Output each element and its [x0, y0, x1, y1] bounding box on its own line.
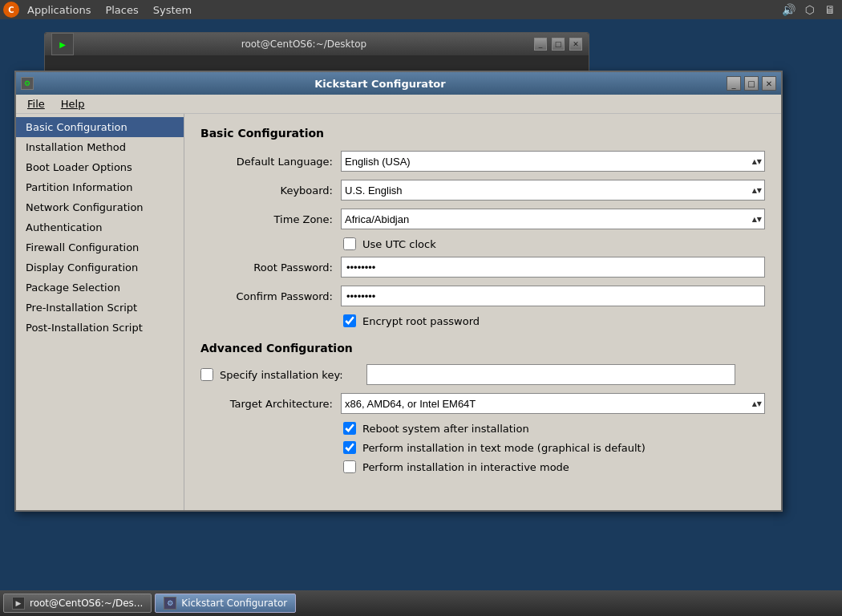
system-tray: 🔊 ⬡ 🖥 [779, 2, 839, 18]
keyboard-select[interactable]: U.S. English French [341, 180, 765, 201]
text-mode-label: Perform installation in text mode (graph… [362, 442, 646, 454]
kickstart-titlebar: ⚙ Kickstart Configurator _ □ ✕ [16, 72, 781, 95]
places-menu[interactable]: Places [99, 2, 144, 18]
interactive-checkbox[interactable] [343, 460, 356, 473]
kickstart-minimize[interactable]: _ [727, 76, 741, 91]
utc-clock-label: Use UTC clock [362, 238, 436, 250]
timezone-control: Africa/Abidjan Africa/Accra [341, 209, 765, 229]
default-language-label: Default Language: [200, 156, 341, 168]
kickstart-title: Kickstart Configurator [37, 78, 723, 90]
sidebar-item-firewall-configuration[interactable]: Firewall Configuration [16, 237, 184, 257]
root-password-label: Root Password: [200, 261, 341, 274]
confirm-password-input[interactable] [341, 286, 765, 306]
taskbar: ▶ root@CentOS6:~/Des... ⚙ Kickstart Conf… [0, 590, 842, 616]
timezone-wrapper: Africa/Abidjan Africa/Accra [341, 209, 765, 229]
taskbar-terminal-icon: ▶ [12, 597, 25, 610]
target-arch-label: Target Architecture: [200, 398, 341, 410]
sidebar-item-authentication[interactable]: Authentication [16, 217, 184, 237]
default-language-row: Default Language: English (USA) French G… [200, 151, 765, 172]
applications-menu[interactable]: Applications [21, 2, 97, 18]
bluetooth-icon[interactable]: ⬡ [802, 2, 818, 18]
terminal-icon: ▶ [51, 33, 74, 55]
terminal-minimize[interactable]: _ [534, 38, 547, 51]
encrypt-password-label: Encrypt root password [362, 315, 480, 327]
taskbar-kickstart-icon: ⚙ [164, 597, 176, 610]
keyboard-row: Keyboard: U.S. English French [200, 180, 765, 201]
default-language-control: English (USA) French German [341, 151, 765, 172]
network-icon[interactable]: 🖥 [821, 2, 839, 18]
sidebar-item-basic-configuration[interactable]: Basic Configuration [16, 117, 184, 137]
taskbar-terminal[interactable]: ▶ root@CentOS6:~/Des... [3, 594, 152, 613]
keyboard-label: Keyboard: [200, 184, 341, 197]
sidebar-item-installation-method[interactable]: Installation Method [16, 137, 184, 157]
sidebar-item-network-configuration[interactable]: Network Configuration [16, 197, 184, 217]
target-arch-wrapper: x86, AMD64, or Intel EM64T x86 AMD64 [341, 393, 765, 414]
reboot-checkbox[interactable] [343, 422, 356, 435]
sidebar-item-partition-information[interactable]: Partition Information [16, 177, 184, 197]
timezone-row: Time Zone: Africa/Abidjan Africa/Accra [200, 209, 765, 229]
reboot-row: Reboot system after installation [200, 422, 765, 435]
reboot-label: Reboot system after installation [362, 423, 529, 435]
root-password-control [341, 257, 765, 278]
terminal-title: root@CentOS6:~/Desktop [79, 38, 529, 50]
confirm-password-control [341, 286, 765, 306]
taskbar-terminal-label: root@CentOS6:~/Des... [30, 598, 143, 609]
kickstart-close[interactable]: ✕ [762, 76, 776, 91]
encrypt-password-checkbox[interactable] [343, 314, 356, 327]
text-mode-row: Perform installation in text mode (graph… [200, 441, 765, 454]
confirm-password-row: Confirm Password: [200, 286, 765, 306]
taskbar-kickstart-label: Kickstart Configurator [181, 598, 287, 609]
system-menu[interactable]: System [147, 2, 198, 18]
kickstart-window: ⚙ Kickstart Configurator _ □ ✕ File Help… [14, 71, 783, 512]
timezone-label: Time Zone: [200, 213, 341, 225]
sidebar-item-pre-installation-script[interactable]: Pre-Installation Script [16, 298, 184, 318]
centos-icon: C [3, 2, 19, 18]
advanced-title: Advanced Configuration [200, 342, 765, 355]
sidebar: Basic Configuration Installation Method … [16, 114, 184, 510]
main-content: Basic Configuration Default Language: En… [184, 114, 781, 510]
timezone-select[interactable]: Africa/Abidjan Africa/Accra [341, 209, 765, 229]
root-password-row: Root Password: [200, 257, 765, 278]
default-language-wrapper: English (USA) French German [341, 151, 765, 172]
specify-key-label: Specify installation key: [220, 369, 360, 381]
default-language-select[interactable]: English (USA) French German [341, 151, 765, 172]
top-menubar: C Applications Places System 🔊 ⬡ 🖥 [0, 0, 842, 19]
root-password-input[interactable] [341, 257, 765, 278]
section-title: Basic Configuration [200, 127, 765, 140]
keyboard-control: U.S. English French [341, 180, 765, 201]
kickstart-body: Basic Configuration Installation Method … [16, 114, 781, 510]
terminal-close[interactable]: ✕ [569, 38, 582, 51]
install-key-input[interactable] [366, 364, 735, 385]
utc-clock-row: Use UTC clock [200, 237, 765, 250]
interactive-label: Perform installation in interactive mode [362, 461, 569, 473]
terminal-maximize[interactable]: □ [552, 38, 565, 51]
install-key-row: Specify installation key: [200, 364, 765, 385]
terminal-titlebar: ▶ root@CentOS6:~/Desktop _ □ ✕ [45, 33, 589, 55]
sidebar-item-display-configuration[interactable]: Display Configuration [16, 257, 184, 278]
target-arch-control: x86, AMD64, or Intel EM64T x86 AMD64 [341, 393, 765, 414]
file-menu[interactable]: File [19, 96, 53, 111]
confirm-password-label: Confirm Password: [200, 290, 341, 302]
sidebar-item-post-installation-script[interactable]: Post-Installation Script [16, 318, 184, 338]
text-mode-checkbox[interactable] [343, 441, 356, 454]
target-arch-select[interactable]: x86, AMD64, or Intel EM64T x86 AMD64 [341, 393, 765, 414]
keyboard-wrapper: U.S. English French [341, 180, 765, 201]
taskbar-kickstart[interactable]: ⚙ Kickstart Configurator [155, 594, 296, 613]
specify-key-checkbox[interactable] [200, 368, 213, 381]
utc-clock-checkbox[interactable] [343, 237, 356, 250]
interactive-mode-row: Perform installation in interactive mode [200, 460, 765, 473]
help-menu[interactable]: Help [53, 96, 93, 111]
kickstart-icon: ⚙ [21, 77, 34, 90]
sidebar-item-boot-loader-options[interactable]: Boot Loader Options [16, 157, 184, 177]
sound-icon[interactable]: 🔊 [779, 2, 799, 18]
sidebar-item-package-selection[interactable]: Package Selection [16, 278, 184, 298]
target-arch-row: Target Architecture: x86, AMD64, or Inte… [200, 393, 765, 414]
kickstart-menubar: File Help [16, 95, 781, 114]
kickstart-maximize[interactable]: □ [744, 76, 759, 91]
encrypt-password-row: Encrypt root password [200, 314, 765, 327]
